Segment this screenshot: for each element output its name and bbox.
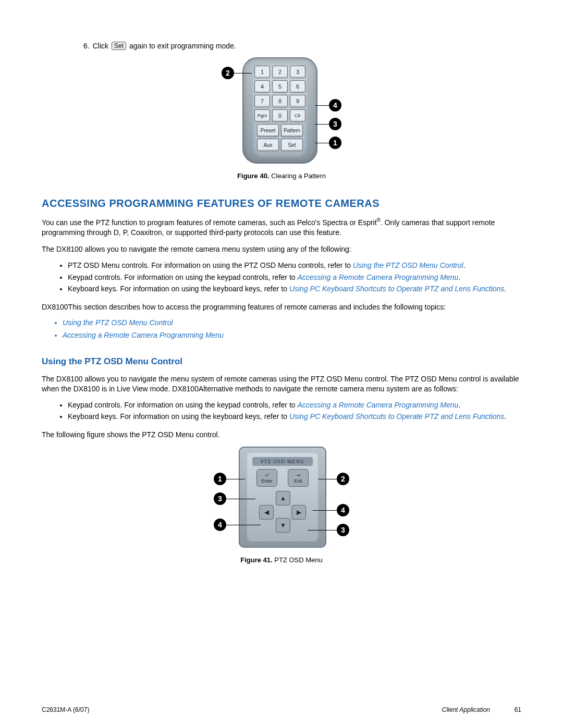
figure-40: 1 2 3 4 5 6 7 8 9 Pgm 0 Clr [42, 57, 521, 180]
callout-1: 1 [329, 137, 341, 149]
lead-line [315, 124, 329, 125]
figure-title: Clearing a Pattern [271, 172, 326, 180]
arrow-right-icon: ▶ [291, 505, 306, 520]
arrow-left-icon: ◀ [259, 505, 274, 520]
key-aux: Aux [257, 139, 279, 151]
exit-icon: ⇥ [296, 473, 300, 478]
step-text-pre: Click [93, 42, 108, 50]
figure-41-caption: Figure 41. PTZ OSD Menu [42, 556, 521, 564]
set-button-inline: Set [112, 42, 126, 50]
figure-label: Figure 40. [237, 172, 269, 180]
link-remote-menu[interactable]: Accessing a Remote Camera Programming Me… [297, 273, 458, 281]
enter-icon: ⏎ [265, 473, 269, 478]
heading-accessing-programming: ACCESSING PROGRAMMING FEATURES OF REMOTE… [42, 198, 521, 209]
lead-line [315, 105, 329, 106]
link-keyboard-shortcuts-2[interactable]: Using PC Keyboard Shortcuts to Operate P… [289, 412, 504, 421]
toc-item: Accessing a Remote Camera Programming Me… [63, 329, 521, 342]
lead-line [226, 479, 245, 479]
toc-list: Using the PTZ OSD Menu Control Accessing… [63, 317, 521, 342]
link-remote-menu-2[interactable]: Accessing a Remote Camera Programming Me… [297, 401, 458, 409]
toc-item: Using the PTZ OSD Menu Control [63, 317, 521, 329]
bullet-item: Keyboard keys. For information on using … [68, 411, 521, 422]
text: Keyboard keys. For information on using … [68, 285, 289, 293]
lead-line [234, 73, 252, 73]
lead-line [308, 530, 337, 530]
bullet-item: Keyboard keys. For information on using … [68, 283, 521, 294]
ptz-enter-button: ⏎ Enter [256, 469, 277, 487]
callout-4b-left: 4 [214, 519, 226, 531]
dpad: ▲ ▼ ◀ ▶ [259, 491, 306, 533]
ptz-osd-panel: PTZ OSD MENU ⏎ Enter ⇥ Exit ▲ ▼ ◀ ▶ [239, 447, 326, 548]
key-pgm: Pgm [254, 109, 270, 122]
text: You can use the PTZ function to program … [42, 218, 377, 227]
bullet-item: Keypad controls. For information on usin… [68, 272, 521, 283]
key-clr: Clr [290, 109, 305, 122]
lead-line [226, 499, 255, 499]
key-8: 8 [272, 95, 288, 107]
para-topics: DX8100This section describes how to acce… [42, 302, 521, 312]
key-set: Set [281, 139, 303, 151]
text: PTZ OSD Menu controls. For information o… [68, 261, 353, 269]
callout-3b: 3 [214, 492, 226, 505]
toc-link-1[interactable]: Using the PTZ OSD Menu Control [63, 318, 173, 327]
key-9: 9 [290, 95, 305, 107]
bullet-list-2: Keypad controls. For information on usin… [63, 399, 521, 423]
figure-40-caption: Figure 40. Clearing a Pattern [42, 172, 521, 180]
toc-link-2[interactable]: Accessing a Remote Camera Programming Me… [63, 331, 224, 339]
callout-4b-right: 4 [337, 504, 349, 516]
key-7: 7 [254, 95, 270, 107]
ptz-osd-title: PTZ OSD MENU [252, 457, 313, 466]
key-5: 5 [272, 80, 288, 93]
para-navigate: The DX8100 allows you to navigate the re… [42, 244, 521, 254]
step-6: 6. Click Set again to exit programming m… [83, 42, 521, 50]
heading-using-ptz-osd: Using the PTZ OSD Menu Control [42, 356, 521, 367]
footer-page-number: 61 [515, 706, 521, 713]
keypad-body: 1 2 3 4 5 6 7 8 9 Pgm 0 Clr [242, 57, 317, 164]
step-number: 6. [83, 42, 90, 50]
key-preset: Preset [257, 124, 279, 137]
figure-41: PTZ OSD MENU ⏎ Enter ⇥ Exit ▲ ▼ ◀ ▶ [42, 447, 521, 564]
arrow-down-icon: ▼ [276, 518, 290, 533]
lead-line [315, 143, 329, 143]
registered-icon: ® [377, 217, 381, 223]
callout-3b-right: 3 [337, 524, 349, 536]
key-1: 1 [254, 66, 270, 78]
key-4: 4 [254, 80, 270, 93]
para-s2-1: The DX8100 allows you to navigate the me… [42, 374, 521, 394]
key-6: 6 [290, 80, 305, 93]
bullet-item: Keypad controls. For information on usin… [68, 399, 521, 411]
exit-label: Exit [294, 478, 302, 484]
link-keyboard-shortcuts[interactable]: Using PC Keyboard Shortcuts to Operate P… [289, 285, 504, 293]
text: Keypad controls. For information on usin… [68, 273, 297, 281]
callout-2: 2 [222, 67, 234, 79]
lead-line [226, 525, 261, 525]
para-s2-2: The following figure shows the PTZ OSD M… [42, 430, 521, 440]
key-pattern: Pattern [281, 124, 303, 137]
text: Keypad controls. For information on usin… [68, 401, 297, 409]
key-3: 3 [290, 66, 305, 78]
footer-doc-id: C2631M-A (6/07) [42, 706, 89, 713]
bullet-list-1: PTZ OSD Menu controls. For information o… [63, 260, 521, 294]
lead-line [318, 479, 337, 479]
lead-line [313, 510, 337, 511]
key-0: 0 [272, 109, 288, 122]
callout-4: 4 [329, 99, 341, 112]
footer-section: Client Application [442, 706, 490, 713]
enter-label: Enter [261, 478, 273, 484]
para-intro: You can use the PTZ function to program … [42, 217, 521, 237]
figure-label: Figure 41. [240, 556, 272, 564]
link-ptz-osd[interactable]: Using the PTZ OSD Menu Control [353, 261, 463, 269]
callout-2b: 2 [337, 473, 349, 485]
key-2: 2 [272, 66, 288, 78]
figure-title: PTZ OSD Menu [274, 556, 322, 564]
callout-1b: 1 [214, 473, 226, 485]
text: Keyboard keys. For information on using … [68, 412, 289, 421]
ptz-exit-button: ⇥ Exit [288, 469, 309, 487]
page-footer: C2631M-A (6/07) Client Application 61 [42, 706, 521, 713]
callout-3: 3 [329, 118, 341, 130]
step-text-post: again to exit programming mode. [129, 42, 236, 50]
arrow-up-icon: ▲ [276, 491, 290, 505]
bullet-item: PTZ OSD Menu controls. For information o… [68, 260, 521, 271]
